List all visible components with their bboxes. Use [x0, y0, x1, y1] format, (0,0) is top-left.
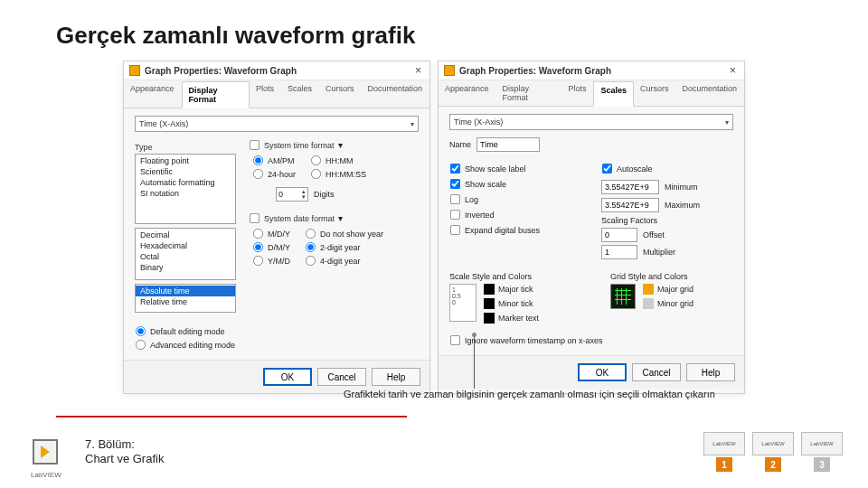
name-input[interactable] [476, 137, 540, 152]
opt-auto[interactable]: Automatic formatting [136, 177, 235, 188]
digits-label: Digits [314, 190, 335, 199]
type-listbox[interactable]: Floating point Scientific Automatic form… [135, 154, 236, 224]
tab-appearance[interactable]: Appearance [124, 80, 182, 108]
tab-cursors[interactable]: Cursors [634, 80, 676, 106]
opt-si[interactable]: SI notation [136, 188, 235, 199]
type-listbox-numeric[interactable]: Decimal Hexadecimal Octal Binary [135, 228, 236, 280]
offset-input[interactable] [601, 228, 637, 242]
tab-plots[interactable]: Plots [561, 80, 593, 106]
cb-show-scale-label[interactable]: Show scale label [449, 163, 585, 174]
axis-combo-value: Time (X-Axis) [139, 119, 188, 128]
slide-title: Gerçek zamanlı waveform grafik [0, 0, 868, 50]
help-button[interactable]: Help [372, 368, 420, 386]
multiplier-label: Multiplier [643, 248, 675, 257]
axis-combo-value: Time (X-Axis) [454, 117, 503, 127]
callout-line [474, 334, 475, 389]
rb-24h[interactable]: 24-hour [252, 168, 296, 180]
close-icon[interactable]: × [412, 64, 424, 77]
type-listbox-time[interactable]: Absolute time Relative time [135, 284, 236, 313]
labview-icon [444, 65, 455, 76]
opt-hex[interactable]: Hexadecimal [136, 240, 235, 251]
major-grid-swatch[interactable] [643, 284, 654, 295]
grid-style-preview[interactable] [610, 284, 636, 309]
tab-scales[interactable]: Scales [593, 81, 634, 107]
rb-ymd[interactable]: Y/M/D [252, 255, 290, 267]
marker-text-swatch[interactable] [484, 313, 495, 324]
help-button[interactable]: Help [686, 363, 735, 381]
rb-ampm[interactable]: AM/PM [252, 155, 296, 166]
tab-display-format[interactable]: Display Format [496, 80, 562, 106]
system-date-checkbox[interactable] [249, 212, 260, 224]
badge-num-1: 1 [716, 457, 732, 472]
rb-dmy[interactable]: D/M/Y [252, 241, 290, 253]
multiplier-input[interactable] [601, 245, 637, 259]
digits-spinner[interactable]: 0 ▴▾ [276, 187, 308, 202]
major-tick-swatch[interactable] [484, 284, 495, 295]
rb-2digit[interactable]: 2-digit year [305, 241, 383, 253]
grid-style-label: Grid Style and Colors [610, 272, 733, 281]
chevron-down-icon: ▾ [338, 140, 343, 150]
cb-inverted[interactable]: Inverted [449, 209, 585, 221]
tab-appearance[interactable]: Appearance [439, 80, 496, 106]
rb-default-edit[interactable]: Default editing mode [135, 325, 419, 337]
dialog-title: Graph Properties: Waveform Graph [459, 66, 727, 76]
opt-abs-time[interactable]: Absolute time [136, 286, 235, 296]
tab-documentation[interactable]: Documentation [675, 80, 744, 106]
opt-octal[interactable]: Octal [136, 251, 235, 262]
minimum-input[interactable] [601, 180, 659, 194]
minor-grid-label: Minor grid [657, 299, 693, 308]
dialog-title: Graph Properties: Waveform Graph [145, 66, 412, 76]
ok-button[interactable]: OK [263, 368, 312, 386]
cb-autoscale[interactable]: Autoscale [601, 163, 733, 174]
system-time-checkbox[interactable] [249, 139, 260, 151]
rb-hhmmss[interactable]: HH:MM:SS [310, 168, 366, 180]
labview-logo [33, 439, 58, 465]
rb-mdy[interactable]: M/D/Y [252, 228, 290, 239]
cb-show-scale[interactable]: Show scale [449, 178, 585, 190]
cancel-button[interactable]: Cancel [632, 363, 681, 381]
opt-floating[interactable]: Floating point [136, 155, 235, 166]
axis-combo[interactable]: Time (X-Axis) ▾ [449, 114, 733, 130]
dialog-display-format: Graph Properties: Waveform Graph × Appea… [123, 61, 430, 394]
maximum-input[interactable] [601, 198, 659, 212]
labview-icon [129, 65, 140, 76]
badge-3: LabVIEW [801, 432, 843, 455]
cb-expand-buses[interactable]: Expand digital buses [449, 224, 585, 236]
tab-display-format[interactable]: Display Format [182, 81, 250, 108]
cb-ignore-timestamp[interactable]: Ignore waveform timestamp on x-axes [449, 334, 733, 346]
chevron-down-icon: ▾ [410, 120, 414, 128]
opt-scientific[interactable]: Scientific [136, 166, 235, 177]
rb-4digit[interactable]: 4-digit year [305, 255, 383, 267]
axis-combo[interactable]: Time (X-Axis) ▾ [135, 116, 419, 132]
tab-scales[interactable]: Scales [281, 80, 319, 108]
cancel-button[interactable]: Cancel [317, 368, 366, 386]
red-divider [56, 416, 407, 418]
system-time-label: System time format [264, 141, 335, 150]
caption: Grafikteki tarih ve zaman bilgisinin ger… [344, 389, 715, 399]
titlebar: Graph Properties: Waveform Graph × [124, 61, 429, 80]
close-icon[interactable]: × [727, 64, 739, 77]
rb-advanced-edit[interactable]: Advanced editing mode [135, 339, 419, 351]
badge-2: LabVIEW [752, 432, 794, 455]
dialog-scales: Graph Properties: Waveform Graph × Appea… [438, 61, 745, 394]
maximum-label: Maximum [665, 201, 700, 210]
opt-binary[interactable]: Binary [136, 262, 235, 273]
offset-label: Offset [643, 230, 665, 239]
scale-style-preview[interactable]: 10.50 [449, 284, 476, 322]
scaling-factors-label: Scaling Factors [601, 216, 733, 225]
opt-rel-time[interactable]: Relative time [136, 296, 235, 307]
minor-grid-swatch[interactable] [643, 298, 654, 309]
minimum-label: Minimum [665, 183, 698, 192]
rb-hhmm[interactable]: HH:MM [310, 155, 366, 166]
chevron-down-icon: ▾ [725, 118, 729, 127]
labview-text: LabVIEW [31, 471, 61, 479]
ok-button[interactable]: OK [578, 363, 627, 381]
opt-decimal[interactable]: Decimal [136, 230, 235, 240]
tab-plots[interactable]: Plots [250, 80, 281, 108]
system-date-label: System date format [264, 214, 335, 223]
tab-documentation[interactable]: Documentation [361, 80, 429, 108]
minor-tick-swatch[interactable] [484, 298, 495, 309]
rb-noyear[interactable]: Do not show year [305, 228, 383, 239]
cb-log[interactable]: Log [449, 193, 585, 205]
tab-cursors[interactable]: Cursors [319, 80, 362, 108]
